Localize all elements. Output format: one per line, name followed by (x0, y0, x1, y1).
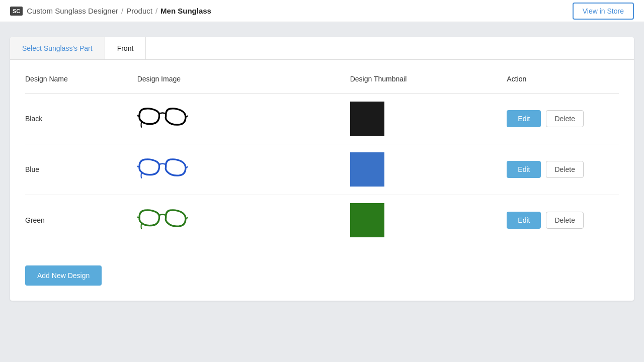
delete-button[interactable]: Delete (546, 161, 583, 178)
design-thumbnail-cell (350, 94, 507, 144)
design-name: Green (25, 216, 45, 224)
tab-front[interactable]: Front (105, 37, 146, 59)
design-thumbnail-cell (350, 144, 507, 195)
thumbnail-color-box (350, 152, 384, 187)
edit-button[interactable]: Edit (507, 212, 541, 229)
tabs: Select Sunglass's Part Front (10, 37, 634, 60)
action-buttons: Edit Delete (507, 161, 619, 178)
tab-select-part[interactable]: Select Sunglass's Part (10, 37, 105, 59)
action-cell: Edit Delete (507, 144, 619, 195)
design-name-cell: Green (25, 195, 137, 246)
view-in-store-button[interactable]: View in Store (573, 3, 634, 20)
logo: SC (10, 7, 23, 16)
action-buttons: Edit Delete (507, 212, 619, 229)
main-content: Select Sunglass's Part Front Design Name… (0, 22, 644, 316)
table-wrapper: Design Name Design Image Design Thumbnai… (10, 60, 634, 260)
action-cell: Edit Delete (507, 195, 619, 246)
design-name-cell: Black (25, 94, 137, 144)
breadcrumb-sep2: / (155, 7, 157, 15)
col-header-image: Design Image (137, 70, 350, 94)
glasses-image (137, 205, 188, 235)
action-cell: Edit Delete (507, 94, 619, 144)
table-row: Blue Edit Delete (25, 144, 619, 195)
col-header-thumbnail: Design Thumbnail (350, 70, 507, 94)
table-row: Black Edit Delete (25, 94, 619, 144)
edit-button[interactable]: Edit (507, 161, 541, 178)
design-image-cell (137, 94, 350, 144)
design-image-cell (137, 195, 350, 246)
breadcrumb-sep1: / (121, 7, 123, 15)
header-left: SC Custom Sunglass Designer / Product / … (10, 7, 211, 16)
thumbnail-color-box (350, 102, 384, 136)
action-buttons: Edit Delete (507, 110, 619, 127)
card: Select Sunglass's Part Front Design Name… (10, 37, 634, 301)
thumbnail-color-box (350, 203, 384, 237)
table-header-row: Design Name Design Image Design Thumbnai… (25, 70, 619, 94)
header: SC Custom Sunglass Designer / Product / … (0, 0, 644, 22)
breadcrumb-product: Product (126, 7, 152, 15)
design-name: Black (25, 115, 42, 123)
design-thumbnail-cell (350, 195, 507, 246)
col-header-name: Design Name (25, 70, 137, 94)
glasses-image (137, 154, 188, 184)
design-image-cell (137, 144, 350, 195)
edit-button[interactable]: Edit (507, 110, 541, 127)
delete-button[interactable]: Delete (546, 212, 583, 229)
breadcrumb-app: Custom Sunglass Designer (27, 7, 118, 15)
add-new-design-button[interactable]: Add New Design (25, 265, 102, 286)
design-name: Blue (25, 165, 39, 173)
delete-button[interactable]: Delete (546, 110, 583, 127)
glasses-image (137, 103, 188, 133)
table-row: Green Edit Delete (25, 195, 619, 246)
breadcrumb-current: Men Sunglass (160, 7, 211, 15)
col-header-action: Action (507, 70, 619, 94)
design-name-cell: Blue (25, 144, 137, 195)
design-table: Design Name Design Image Design Thumbnai… (25, 70, 619, 245)
breadcrumb: Custom Sunglass Designer / Product / Men… (27, 7, 211, 15)
